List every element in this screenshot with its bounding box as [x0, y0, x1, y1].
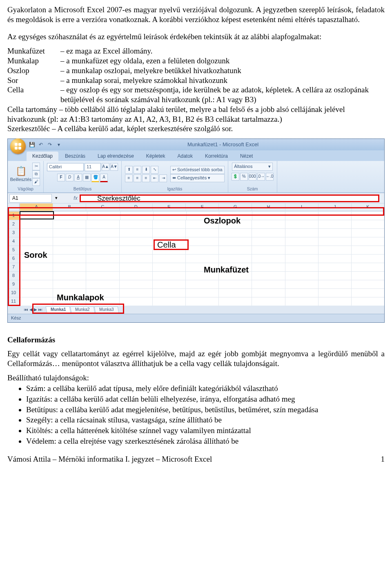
section-head-cellaformazas: Cellaformázás [7, 335, 385, 345]
formula-input[interactable]: Szerkesztőléc [80, 194, 379, 202]
wrap-text-button[interactable]: ↩Sortöréssel több sorba [170, 166, 225, 174]
list-item: Igazítás: a cellába kerülő adat cellán b… [26, 394, 385, 404]
underline-button[interactable]: A [74, 174, 82, 181]
number-group-label: Szám [247, 186, 258, 192]
cells[interactable] [20, 211, 384, 306]
highlight-row-headers [8, 214, 20, 306]
tab-beszuras[interactable]: Beszúrás [59, 152, 91, 161]
fmt-list: Szám: a cellába kerülő adat típusa, mely… [7, 384, 385, 446]
font-color-icon[interactable]: A [100, 174, 108, 182]
ribbon: 📋 Beillesztés ✂ ⧉ 🖌 Vágólap Calibri 11 A… [8, 161, 384, 193]
def-desc: – a munkafüzet egy oldala, ezen a felüle… [60, 56, 385, 66]
def-term: Oszlop [7, 66, 60, 76]
wrap-icon: ↩ [172, 167, 176, 173]
align-right-icon[interactable]: ≡ [142, 174, 150, 182]
thousand-icon[interactable]: 000 [249, 173, 256, 181]
chevron-down-icon: ▾ [268, 164, 271, 170]
paste-icon: 📋 [16, 165, 27, 177]
name-box[interactable]: A1 [9, 194, 52, 203]
currency-icon[interactable]: 💲 [232, 173, 239, 181]
page-footer: Vámosi Attila – Mérnöki informatika I. j… [7, 454, 385, 464]
paste-button[interactable]: 📋 Beillesztés [11, 163, 31, 185]
fill-color-icon[interactable]: 🪣 [91, 174, 99, 182]
undo-icon[interactable]: ↶ [37, 141, 45, 148]
footer-left: Vámosi Attila – Mérnöki informatika I. j… [7, 454, 212, 464]
group-clipboard: 📋 Beillesztés ✂ ⧉ 🖌 Vágólap [8, 161, 44, 192]
def-desc: – a munkalap sorai, melyekre számokkal h… [60, 76, 385, 85]
list-item: Szám: a cellába kerülő adat típusa, mely… [26, 384, 385, 393]
formatpaint-icon[interactable]: 🖌 [32, 178, 40, 186]
def-desc: – a munkalap oszlopai, melyekre betűkkel… [60, 66, 385, 76]
tab-kepletek[interactable]: Képletek [140, 152, 171, 161]
list-item: Szegély: a cella rácsainak stílusa, vast… [26, 415, 385, 425]
fx-icon[interactable]: fx [71, 195, 80, 201]
highlight-column-headers [8, 207, 384, 216]
def-desc: – egy oszlop és egy sor metszéspontja, i… [60, 85, 385, 105]
number-format-combo[interactable]: Általános▾ [232, 163, 273, 171]
redo-icon[interactable]: ↷ [46, 141, 53, 148]
list-item: Betűtípus: a cellába kerülő adat megjele… [26, 405, 385, 415]
tab-nezet[interactable]: Nézet [234, 152, 258, 161]
def-term: Munkalap [7, 56, 60, 66]
align-middle-icon[interactable]: ≡ [134, 166, 141, 174]
chevron-down-icon: ▾ [208, 175, 210, 181]
group-number: Általános▾ 💲 % 000 .0→ ←.0 Szám [228, 161, 277, 192]
fmt-para: Egy cellát vagy cellatartományt az egérr… [7, 349, 385, 369]
grow-font-icon[interactable]: A▲ [102, 163, 109, 171]
paste-label: Beillesztés [10, 177, 32, 183]
tab-korrektura[interactable]: Korrektúra [199, 152, 234, 161]
list-item: Kitöltés: a cella hátterének kitöltése s… [26, 426, 385, 436]
shrink-font-icon[interactable]: A▼ [110, 163, 118, 171]
bold-button[interactable]: F [57, 174, 65, 181]
formula-bar: A1 ▾ fx Szerkesztőléc [8, 193, 384, 203]
tab-adatok[interactable]: Adatok [172, 152, 198, 161]
save-icon[interactable]: 💾 [28, 141, 36, 148]
highlight-cella: Cella [154, 239, 189, 250]
def-cella-range: Cella tartomány – több cellából álló tég… [7, 105, 385, 124]
indent-dec-icon[interactable]: ⇤ [151, 174, 158, 182]
office-button[interactable] [10, 138, 26, 154]
tab-lap-elrendezese[interactable]: Lap elrendezése [92, 152, 140, 161]
group-font: Calibri 11 A▲ A▼ F D A ▦ 🪣 A Betűtípus [44, 161, 122, 192]
status-text: Kész [11, 315, 21, 321]
font-group-label: Betűtípus [74, 186, 91, 192]
excel-screenshot: 💾 ↶ ↷ ▾ Munkafüzet1 - Microsoft Excel Ke… [7, 138, 385, 323]
def-desc: – ez maga az Excel állomány. [60, 46, 385, 56]
label-cella: Cella [157, 240, 176, 250]
tab-kezdolap[interactable]: Kezdőlap [27, 152, 58, 161]
fmt-lead: Beállítható tulajdonságok: [7, 373, 385, 383]
orientation-icon[interactable]: ⤡ [151, 166, 158, 174]
cut-icon[interactable]: ✂ [32, 163, 40, 170]
def-term: Munkafüzet [7, 46, 60, 56]
align-group-label: Igazítás [167, 186, 182, 192]
merge-button[interactable]: ⬌Cellaegyesítés▾ [170, 174, 225, 182]
italic-button[interactable]: D [66, 174, 74, 181]
highlight-sheet-tabs [32, 304, 124, 314]
def-term: Cella [7, 85, 60, 105]
copy-icon[interactable]: ⧉ [32, 170, 40, 178]
border-icon[interactable]: ▦ [83, 174, 91, 181]
list-item: Védelem: a cella elrejtése vagy szerkesz… [26, 436, 385, 446]
label-munkalapok: Munkalapok [57, 293, 104, 303]
align-left-icon[interactable]: ≡ [125, 174, 133, 182]
clipboard-group-label: Vágólap [18, 186, 33, 192]
font-size-combo[interactable]: 11 [85, 163, 101, 171]
inc-decimal-icon[interactable]: .0→ [257, 173, 265, 181]
align-top-icon[interactable]: ⬆ [125, 166, 133, 174]
name-box-dropdown-icon[interactable]: ▾ [53, 195, 59, 201]
qat-dropdown-icon[interactable]: ▾ [55, 141, 62, 148]
definitions: Munkafüzet– ez maga az Excel állomány. M… [7, 46, 385, 134]
tab-nav-first-icon[interactable]: ⏮ [24, 307, 28, 313]
indent-inc-icon[interactable]: ⇥ [159, 174, 167, 182]
label-oszlopok: Oszlopok [204, 216, 241, 226]
dec-decimal-icon[interactable]: ←.0 [266, 173, 274, 181]
percent-icon[interactable]: % [240, 173, 248, 181]
titlebar: 💾 ↶ ↷ ▾ Munkafüzet1 - Microsoft Excel [8, 139, 384, 150]
intro-p2: Az egységes szóhasználat és az egyértelm… [7, 32, 385, 42]
formula-bar-label: Szerkesztőléc [97, 194, 140, 203]
align-bottom-icon[interactable]: ⬇ [142, 166, 150, 174]
align-center-icon[interactable]: ≡ [134, 174, 141, 182]
font-name-combo[interactable]: Calibri [47, 163, 84, 171]
label-munkafuzet: Munkafüzet [204, 265, 249, 275]
ribbon-tabs: Kezdőlap Beszúrás Lap elrendezése Képlet… [8, 150, 384, 161]
